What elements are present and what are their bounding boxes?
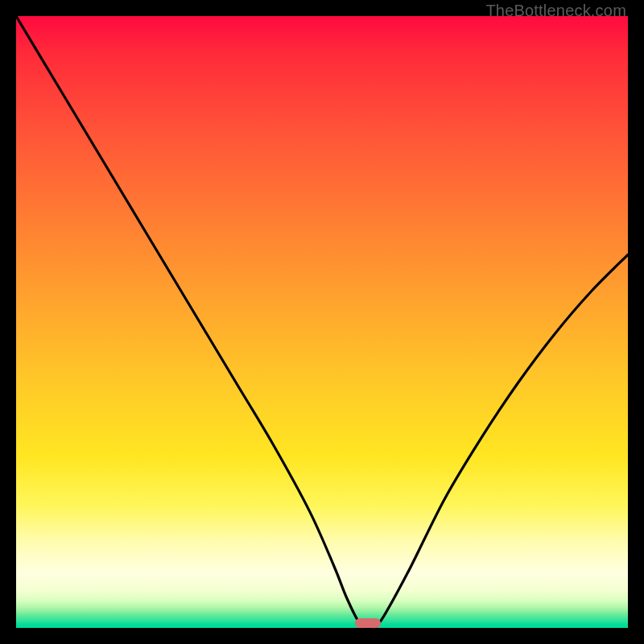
curve-path bbox=[16, 16, 628, 628]
plot-area bbox=[16, 16, 628, 628]
chart-stage: TheBottleneck.com bbox=[0, 0, 644, 644]
bottleneck-curve bbox=[16, 16, 628, 628]
optimum-marker bbox=[355, 618, 381, 628]
watermark-text: TheBottleneck.com bbox=[485, 2, 626, 20]
